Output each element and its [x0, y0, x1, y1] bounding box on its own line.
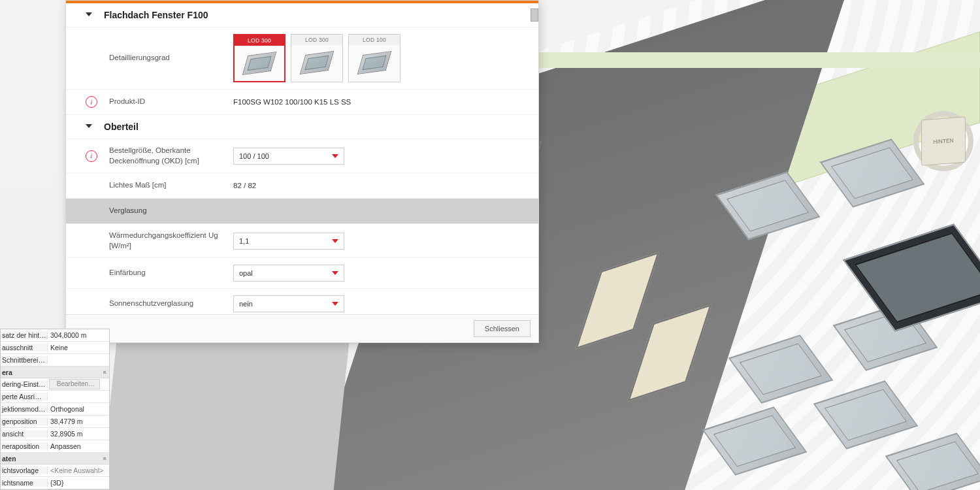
lod-option-300[interactable]: LOD 300: [233, 34, 286, 82]
property-row: ausschnitt Keine: [1, 342, 109, 354]
property-label: satz der hint…: [1, 331, 48, 339]
property-value[interactable]: {3D}: [48, 479, 109, 487]
property-row-view-name: ichtsname {3D}: [1, 477, 109, 489]
select-value: 1,1: [239, 237, 249, 245]
property-row: satz der hint… 304,8000 m: [1, 329, 109, 342]
bestell-select[interactable]: 100 / 100: [233, 148, 344, 165]
info-icon[interactable]: i: [86, 96, 97, 108]
property-value[interactable]: Keine: [48, 344, 109, 351]
select-value: 100 / 100: [239, 152, 269, 160]
caret-down-icon: [332, 239, 338, 243]
lod-option-group: LOD 300 LOD 300 LOD 100: [233, 34, 527, 82]
bestell-label: Bestellgröße, Oberkante Deckenöffnung (O…: [109, 146, 233, 166]
lod-tag: LOD 300: [235, 35, 284, 46]
row-verglasung-header: i Verglasung: [66, 199, 538, 224]
properties-palette[interactable]: satz der hint… 304,8000 m ausschnitt Kei…: [0, 329, 110, 490]
property-label: neraposition: [1, 442, 48, 450]
property-label: ausschnitt: [1, 344, 48, 351]
dialog-footer: Schliessen: [66, 314, 538, 342]
caret-down-icon: [332, 302, 338, 306]
lod-tag: LOD 100: [349, 35, 400, 45]
row-ug: i Wärmedurchgangskoeffizient Ug [W/m²] 1…: [66, 224, 538, 258]
scrollbar-thumb[interactable]: [531, 8, 538, 22]
product-id-label: Produkt-ID: [109, 97, 233, 107]
edit-button[interactable]: Bearbeiten…: [49, 379, 100, 389]
product-id-value: F100SG W102 100/100 K15 LS SS: [233, 98, 527, 106]
select-value: nein: [239, 300, 253, 308]
lichtes-label: Lichtes Maß [cm]: [109, 180, 233, 191]
dialog-body[interactable]: Flachdach Fenster F100 i Detaillierungsg…: [66, 3, 538, 314]
property-value[interactable]: 38,4779 m: [48, 417, 109, 425]
select-value: opal: [239, 269, 253, 277]
chevron-down-icon: [86, 124, 92, 129]
property-row: perte Ausri…: [1, 391, 109, 403]
ug-select[interactable]: 1,1: [233, 233, 344, 250]
viewport-header-bar: [536, 52, 980, 68]
section-header-product[interactable]: Flachdach Fenster F100: [66, 3, 538, 27]
product-configurator-dialog: Flachdach Fenster F100 i Detaillierungsg…: [65, 0, 539, 343]
property-label: genposition: [1, 417, 48, 425]
close-button[interactable]: Schliessen: [474, 320, 531, 337]
row-einfaerbung: i Einfärbung opal: [66, 258, 538, 289]
lichtes-value: 82 / 82: [233, 182, 527, 189]
sonnen-select[interactable]: nein: [233, 295, 344, 312]
lod-thumb-icon: [291, 45, 342, 80]
lod-tag: LOD 300: [291, 35, 342, 45]
property-row: ansicht 32,8905 m: [1, 428, 109, 440]
viewcube[interactable]: HINTEN: [921, 116, 966, 166]
property-label: ichtsvorlage: [1, 466, 48, 474]
section-title: Flachdach Fenster F100: [104, 10, 208, 20]
property-value[interactable]: 32,8905 m: [48, 430, 109, 438]
section-header-oberteil[interactable]: Oberteil: [66, 115, 538, 139]
caret-down-icon: [332, 271, 338, 275]
ug-label: Wärmedurchgangskoeffizient Ug [W/m²]: [109, 231, 233, 251]
property-value[interactable]: Anpassen: [48, 442, 109, 450]
lod-thumb-icon: [349, 45, 400, 80]
property-value[interactable]: 304,8000 m: [48, 331, 109, 339]
property-label: Schnittberei…: [1, 356, 48, 364]
property-row-view-template: ichtsvorlage <Keine Auswahl>: [1, 465, 109, 477]
property-label: ansicht: [1, 430, 48, 438]
section-title: Oberteil: [104, 122, 139, 132]
einfaerbung-select[interactable]: opal: [233, 265, 344, 282]
property-label: jektionsmod…: [1, 405, 48, 413]
property-value[interactable]: <Keine Auswahl>: [48, 466, 109, 474]
property-label: dering-Einst…: [1, 380, 48, 388]
sonnen-label: Sonnenschutzverglasung: [109, 299, 233, 309]
property-row-render: dering-Einst… Bearbeiten…: [1, 378, 109, 391]
row-lichtes-mass: i Lichtes Maß [cm] 82 / 82: [66, 173, 538, 199]
lod-option-100[interactable]: LOD 100: [348, 34, 400, 82]
chevron-down-icon: [86, 12, 92, 18]
verglasung-label: Verglasung: [109, 206, 233, 216]
row-bestellgroesse: i Bestellgröße, Oberkante Deckenöffnung …: [66, 139, 538, 173]
detail-level-label: Detaillierungsgrad: [109, 53, 233, 63]
property-row: jektionsmod… Orthogonal: [1, 403, 109, 416]
property-row: Schnittberei…: [1, 354, 109, 367]
property-row: genposition 38,4779 m: [1, 416, 109, 428]
info-icon[interactable]: i: [86, 150, 97, 162]
property-row: neraposition Anpassen: [1, 440, 109, 453]
lod-thumb-icon: [235, 46, 284, 81]
caret-down-icon: [332, 154, 338, 158]
property-label: perte Ausri…: [1, 393, 48, 400]
row-product-id: i Produkt-ID F100SG W102 100/100 K15 LS …: [66, 90, 538, 115]
row-detail-level: i Detaillierungsgrad LOD 300 LOD 300 LOD…: [66, 27, 538, 90]
row-sonnenschutz: i Sonnenschutzverglasung nein: [66, 289, 538, 314]
property-group-header[interactable]: era: [1, 367, 109, 378]
property-group-header[interactable]: aten: [1, 453, 109, 465]
lod-option-300-alt[interactable]: LOD 300: [291, 34, 343, 82]
property-label: ichtsname: [1, 479, 48, 487]
property-value[interactable]: Orthogonal: [48, 405, 109, 413]
einfaerbung-label: Einfärbung: [109, 268, 233, 278]
